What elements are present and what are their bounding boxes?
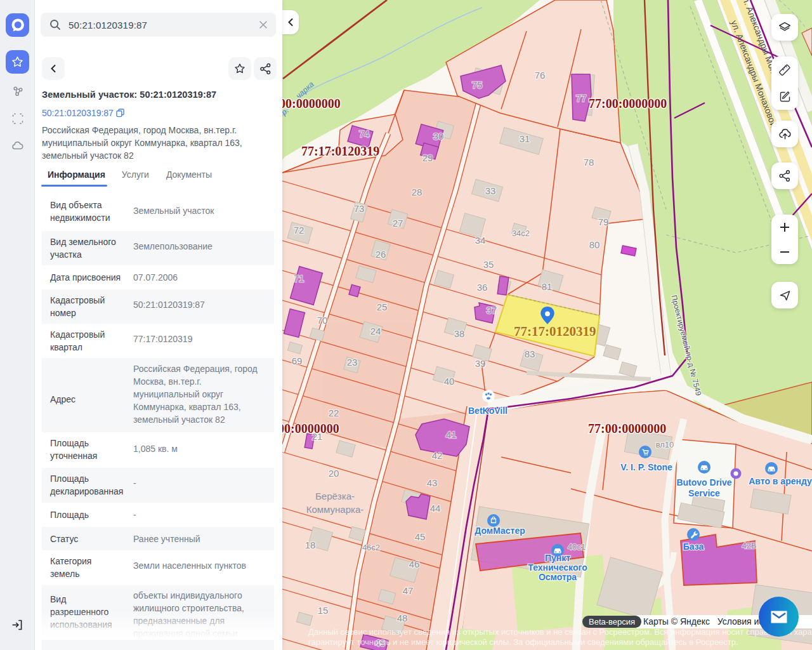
- svg-text:20: 20: [329, 468, 339, 479]
- svg-text:73: 73: [354, 203, 365, 214]
- svg-text:75: 75: [472, 79, 483, 90]
- svg-text:44: 44: [430, 503, 441, 514]
- svg-text:39: 39: [475, 358, 486, 369]
- svg-text:31: 31: [520, 133, 530, 144]
- svg-text:41: 41: [446, 429, 457, 440]
- svg-text:вл10: вл10: [656, 440, 674, 449]
- svg-text:34: 34: [475, 235, 486, 246]
- svg-text:46: 46: [409, 559, 420, 569]
- svg-text:78: 78: [584, 157, 594, 168]
- svg-text:25: 25: [377, 302, 388, 312]
- svg-text:Коммунарка-: Коммунарка-: [306, 504, 364, 515]
- svg-text:15: 15: [318, 605, 329, 616]
- svg-text:23: 23: [347, 357, 358, 368]
- svg-text:24: 24: [370, 326, 381, 336]
- svg-text:Берёзка-: Берёзка-: [315, 491, 355, 501]
- svg-text:35: 35: [483, 259, 494, 270]
- svg-text:V. I. P. Stone: V. I. P. Stone: [620, 462, 672, 472]
- svg-text:42Б: 42Б: [742, 541, 757, 550]
- svg-text:77:17:0120319: 77:17:0120319: [301, 144, 379, 158]
- svg-text:40с1: 40с1: [568, 542, 586, 552]
- svg-text:42: 42: [432, 450, 443, 461]
- svg-text:29: 29: [422, 152, 433, 163]
- svg-text:гарантирует точность и не имее: гарантирует точность и не имеет юридичес…: [308, 637, 738, 647]
- svg-text:30: 30: [433, 131, 444, 142]
- svg-text:80: 80: [589, 239, 600, 250]
- svg-text:Данный сервис использует сведе: Данный сервис использует сведения из отк…: [308, 627, 812, 637]
- svg-text:BetKoVill: BetKoVill: [468, 406, 508, 416]
- svg-text:22: 22: [329, 408, 339, 418]
- svg-text:36: 36: [477, 282, 488, 293]
- svg-text:40: 40: [444, 376, 455, 387]
- svg-text:74: 74: [359, 128, 370, 139]
- svg-text:43: 43: [427, 477, 438, 488]
- svg-text:72: 72: [294, 225, 304, 235]
- svg-text:27: 27: [393, 218, 403, 229]
- svg-text:28: 28: [412, 187, 422, 197]
- svg-text:00:0000000: 00:0000000: [282, 96, 341, 110]
- svg-text:83: 83: [525, 348, 535, 359]
- svg-text:81: 81: [542, 281, 553, 292]
- svg-text:Service: Service: [688, 488, 720, 498]
- svg-text:34с2: 34с2: [512, 229, 530, 238]
- svg-text:26: 26: [376, 249, 386, 260]
- svg-text:Технического: Технического: [528, 562, 587, 573]
- svg-text:46с2: 46с2: [362, 543, 380, 552]
- svg-text:Butovo Drive: Butovo Drive: [676, 477, 731, 488]
- svg-text:37: 37: [487, 305, 497, 315]
- svg-text:47: 47: [403, 585, 414, 596]
- svg-text:70: 70: [317, 315, 328, 326]
- svg-text:76: 76: [535, 70, 546, 81]
- svg-text:77: 77: [576, 93, 587, 103]
- svg-text:77:00:0000000: 77:00:0000000: [589, 96, 667, 110]
- svg-text:77:00:0000000: 77:00:0000000: [588, 421, 666, 435]
- svg-text:69: 69: [292, 355, 303, 366]
- svg-text:00:0000000: 00:0000000: [282, 421, 339, 435]
- svg-text:База: База: [683, 541, 704, 552]
- svg-text:45: 45: [415, 531, 426, 542]
- svg-text:48: 48: [397, 613, 408, 623]
- svg-text:79: 79: [598, 216, 609, 227]
- svg-text:ДомМастер: ДомМастер: [475, 526, 525, 536]
- svg-text:77:17:0120319: 77:17:0120319: [514, 324, 596, 339]
- svg-text:38: 38: [454, 328, 465, 339]
- svg-text:33: 33: [485, 185, 496, 196]
- svg-text:18: 18: [305, 540, 316, 550]
- svg-text:71: 71: [294, 273, 304, 284]
- svg-text:Осмотра: Осмотра: [539, 572, 577, 582]
- svg-text:Авто в аренду: Авто в аренду: [749, 476, 812, 486]
